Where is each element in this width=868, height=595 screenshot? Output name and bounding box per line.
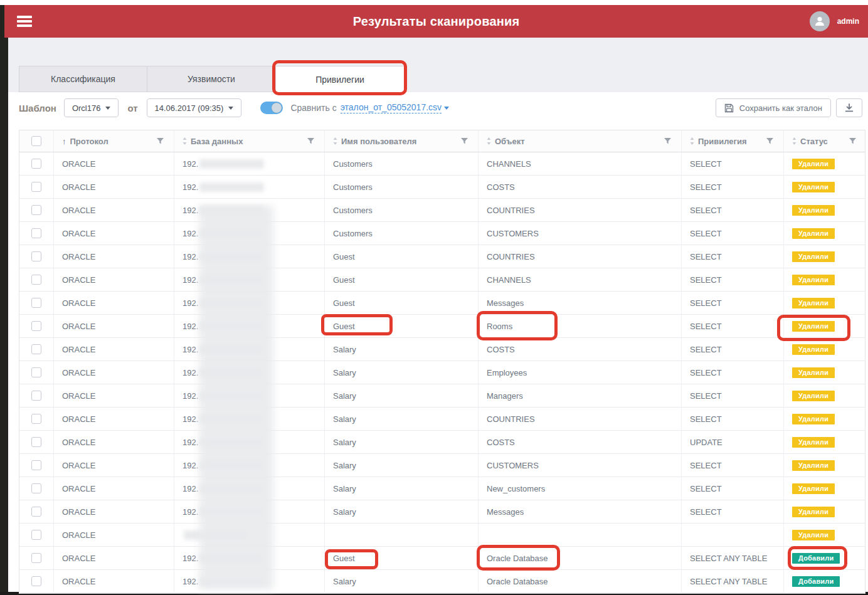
status-badge: Удалили (792, 275, 835, 285)
table-row: ORACLE 192. Guest Rooms SELECT Удалили (19, 315, 865, 338)
row-checkbox[interactable] (31, 483, 41, 493)
status-cell: Удалили (784, 199, 866, 221)
username-cell: Customers (325, 222, 479, 245)
row-checkbox[interactable] (31, 507, 41, 517)
redacted-ip-blur (199, 206, 264, 215)
column-header-status[interactable]: Статус (784, 130, 866, 152)
database-cell: 192. (174, 547, 325, 569)
status-badge: Удалили (792, 228, 835, 239)
redacted-ip-blur (199, 438, 264, 447)
tab-privileges[interactable]: Привилегии (276, 66, 405, 93)
username-label: admin (837, 17, 859, 26)
privilege-cell: SELECT (682, 315, 784, 337)
privilege-cell: SELECT ANY TABLE (682, 570, 784, 592)
sort-both-icon (333, 137, 337, 145)
username-cell: Salary (325, 500, 479, 523)
chevron-down-icon[interactable] (444, 107, 449, 110)
status-badge: Удалили (792, 367, 835, 378)
username-cell: Guest (325, 268, 479, 291)
row-checkbox[interactable] (31, 228, 41, 238)
row-checkbox[interactable] (31, 530, 41, 540)
privilege-cell: SELECT (682, 477, 784, 500)
column-header-privilege[interactable]: Привилегия (682, 130, 784, 152)
compare-toggle[interactable] (260, 102, 283, 114)
row-checkbox[interactable] (31, 159, 41, 169)
column-header-protocol[interactable]: ↑ Протокол (54, 130, 174, 152)
row-checkbox[interactable] (31, 298, 41, 308)
object-cell: COSTS (479, 338, 682, 361)
object-cell: CHANNELS (479, 268, 682, 291)
status-badge: Удалили (792, 298, 835, 308)
redacted-ip-blur (199, 554, 264, 563)
filter-funnel-icon[interactable] (766, 138, 773, 145)
user-avatar[interactable] (810, 11, 830, 31)
filter-funnel-icon[interactable] (307, 138, 314, 145)
status-cell: Удалили (784, 176, 866, 198)
floppy-save-icon (724, 103, 734, 113)
protocol-cell: ORACLE (54, 408, 174, 430)
row-checkbox[interactable] (31, 251, 41, 261)
privilege-cell: SELECT (682, 268, 784, 291)
username-cell: Salary (325, 361, 479, 384)
row-checkbox[interactable] (31, 321, 41, 331)
filter-funnel-icon[interactable] (461, 138, 468, 145)
save-as-etalon-button[interactable]: Сохранить как эталон (716, 98, 831, 117)
protocol-cell: ORACLE (54, 315, 174, 337)
tab-vulnerabilities[interactable]: Уязвимости (147, 66, 276, 92)
column-header-username[interactable]: Имя пользователя (325, 130, 479, 152)
table-row: ORACLE 192. Customers CUSTOMERS SELECT У… (19, 222, 865, 245)
redacted-ip-blur (199, 368, 264, 377)
status-cell: Удалили (784, 477, 866, 500)
table-header-row: ↑ Протокол База данных Имя пользователя … (19, 130, 865, 152)
status-cell: Удалили (784, 524, 866, 546)
database-cell: 192. (174, 152, 325, 175)
row-checkbox[interactable] (31, 391, 41, 401)
filter-funnel-icon[interactable] (664, 138, 671, 145)
template-select[interactable]: Orcl176 (64, 98, 119, 117)
row-checkbox[interactable] (31, 414, 41, 424)
redacted-ip-blur (199, 461, 264, 470)
table-row: ORACLE 192. Salary Oracle Database SELEC… (19, 570, 865, 593)
sort-both-icon (792, 137, 797, 145)
tab-classification[interactable]: Классификация (19, 66, 147, 92)
date-select[interactable]: 14.06.2017 (09:35) (147, 98, 242, 117)
status-badge: Удалили (792, 205, 835, 216)
table-row: ORACLE 192. Guest Messages SELECT Удалил… (19, 292, 865, 315)
column-header-object[interactable]: Объект (479, 130, 682, 152)
status-badge: Удалили (792, 182, 835, 192)
status-badge: Удалили (792, 437, 835, 448)
object-cell: Rooms (479, 315, 682, 337)
privilege-cell: SELECT (682, 338, 784, 361)
username-cell: Guest (325, 292, 479, 314)
column-header-database[interactable]: База данных (174, 130, 325, 152)
sort-asc-icon: ↑ (62, 137, 66, 146)
toggle-knob (272, 103, 282, 113)
page-title: Результаты сканирования (4, 14, 868, 29)
redacted-ip-blur (199, 275, 264, 285)
protocol-cell: ORACLE (54, 570, 174, 592)
row-checkbox[interactable] (31, 182, 41, 192)
row-checkbox[interactable] (31, 460, 41, 470)
row-checkbox[interactable] (31, 367, 41, 377)
redacted-ip-blur (199, 577, 264, 586)
row-checkbox[interactable] (31, 553, 41, 563)
filter-funnel-icon[interactable] (849, 138, 856, 145)
row-checkbox[interactable] (31, 344, 41, 354)
filter-funnel-icon[interactable] (157, 138, 164, 145)
table-row: ORACLE 192. Salary COSTS SELECT Удалили (19, 338, 865, 361)
select-all-checkbox[interactable] (31, 136, 41, 146)
row-checkbox[interactable] (31, 205, 41, 215)
privilege-cell: SELECT (682, 222, 784, 245)
username-cell: Salary (325, 570, 479, 592)
row-checkbox[interactable] (31, 576, 41, 586)
database-cell: 192. (174, 222, 325, 245)
sort-both-icon (690, 137, 694, 145)
row-checkbox[interactable] (31, 437, 41, 447)
export-button[interactable] (836, 98, 862, 117)
table-row: ORACLE 192. Salary COUNTRIES SELECT Удал… (19, 408, 865, 431)
etalon-file-link[interactable]: эталон_от_05052017.csv (341, 102, 442, 113)
object-cell: CUSTOMERS (479, 454, 682, 477)
protocol-cell: ORACLE (54, 176, 174, 198)
privilege-cell (682, 524, 784, 546)
row-checkbox[interactable] (31, 275, 41, 285)
